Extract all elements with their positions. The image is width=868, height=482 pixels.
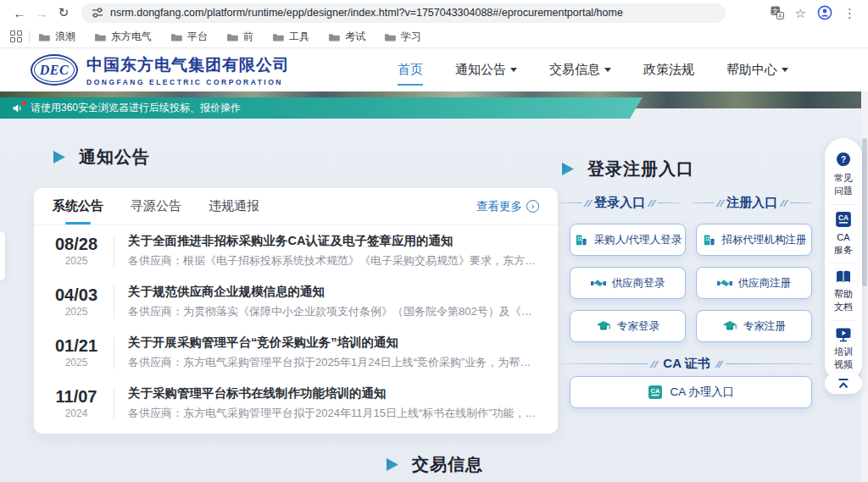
supplier-register-button[interactable]: 供应商注册 — [696, 267, 812, 299]
sidebar-item-label: 培训视频 — [833, 346, 854, 371]
sidebar-item-ca-service[interactable]: CA CA服务 — [829, 204, 857, 263]
nav-announcements[interactable]: 通知公告 — [455, 62, 517, 78]
expert-register-button[interactable]: 专家注册 — [696, 310, 812, 342]
item-title[interactable]: 关于采购管理平台标书在线制作功能培训的通知 — [128, 385, 539, 402]
nav-label: 首页 — [398, 62, 423, 78]
view-more-link[interactable]: 查看更多 › — [476, 199, 539, 214]
subheader-label: 注册入口 — [726, 195, 777, 211]
svg-text:CA: CA — [838, 213, 849, 221]
notice-text: 请使用360安全浏览器进行后续投标、报价操作 — [31, 101, 241, 115]
bookmark-dongfang[interactable]: 东方电气 — [94, 30, 152, 44]
nav-label: 帮助中心 — [726, 62, 777, 78]
entry-buttons-grid: 采购人/代理人登录 招标代理机构注册 供应商登录 — [570, 224, 812, 342]
section-title: 登录注册入口 — [587, 158, 694, 180]
profile-avatar-icon[interactable] — [817, 5, 832, 20]
subheader-label: 登录入口 — [594, 195, 645, 211]
item-summary: 各供应商：东方电气采购管理平台拟于2024年11月15日上线“标书在线制作”功能… — [128, 406, 539, 421]
bidding-agency-register-button[interactable]: 招标代理机构注册 — [696, 224, 812, 256]
browser-menu-icon[interactable]: ⋮ — [843, 7, 856, 19]
bookmark-kaoshi[interactable]: 考试 — [328, 30, 365, 44]
sidebar-item-faq[interactable]: ? 常见问题 — [829, 146, 857, 204]
item-title[interactable]: 关于规范供应商企业规模信息的通知 — [128, 284, 539, 300]
screen: ← → ↻ nsrm.dongfang.com/platform/runtime… — [0, 0, 868, 482]
tab-sourcing-announcements[interactable]: 寻源公告 — [131, 198, 181, 214]
bookmark-star-icon[interactable]: ☆ — [795, 7, 806, 19]
handshake-icon — [591, 277, 606, 289]
bookmark-xuexi[interactable]: 学习 — [384, 30, 421, 44]
translate-icon[interactable]: 文 A — [771, 6, 784, 19]
date-year: 2025 — [53, 357, 100, 368]
date-monthday: 04/03 — [53, 285, 100, 305]
nav-trade-info[interactable]: 交易信息 — [549, 62, 611, 78]
scrollbar-thumb[interactable] — [862, 138, 867, 286]
dec-logo-text: DEC — [40, 63, 69, 78]
divider — [114, 336, 114, 368]
button-label: CA 办理入口 — [670, 385, 735, 400]
url-bar[interactable]: nsrm.dongfang.com/platform/runtime/epp/d… — [81, 3, 726, 23]
list-item[interactable]: 01/21 2025 关于开展采购管理平台“竞价采购业务”培训的通知 各供应商：… — [34, 327, 558, 378]
item-date: 11/07 2024 — [53, 387, 100, 419]
video-icon — [835, 327, 852, 342]
folder-icon — [272, 32, 284, 42]
button-label: 招标代理机构注册 — [722, 233, 807, 247]
back-icon[interactable]: ← — [8, 3, 31, 23]
nav-home[interactable]: 首页 — [398, 62, 423, 78]
tab-system-announcements[interactable]: 系统公告 — [53, 198, 103, 214]
folder-icon — [328, 32, 340, 42]
folder-icon — [38, 32, 50, 42]
divider — [29, 30, 30, 42]
back-to-top-button[interactable] — [825, 373, 862, 394]
nav-policies[interactable]: 政策法规 — [643, 62, 694, 78]
sidebar-item-help-docs[interactable]: 帮助文档 — [829, 263, 857, 320]
list-item[interactable]: 04/03 2025 关于规范供应商企业规模信息的通知 各供应商：为贯彻落实《保… — [34, 276, 558, 327]
nav-label: 交易信息 — [549, 62, 600, 78]
list-item[interactable]: 08/28 2025 关于全面推进非招标采购业务CA认证及电子签章应用的通知 各… — [34, 225, 558, 276]
list-item[interactable]: 11/07 2024 关于采购管理平台标书在线制作功能培训的通知 各供应商：东方… — [34, 378, 558, 429]
apps-grid-icon[interactable] — [10, 30, 22, 42]
item-title[interactable]: 关于开展采购管理平台“竞价采购业务”培训的通知 — [128, 335, 539, 351]
date-monthday: 01/21 — [53, 336, 100, 356]
divider — [114, 387, 114, 419]
date-year: 2025 — [53, 306, 100, 318]
bookmark-label: 学习 — [401, 30, 421, 44]
item-title[interactable]: 关于全面推进非招标采购业务CA认证及电子签章应用的通知 — [128, 233, 539, 249]
nav-label: 通知公告 — [455, 62, 506, 78]
purchaser-agent-login-button[interactable]: 采购人/代理人登录 — [570, 224, 686, 256]
expert-login-button[interactable]: 专家登录 — [570, 310, 686, 342]
ca-apply-button[interactable]: CA CA 办理入口 — [570, 376, 812, 408]
bookmark-pingtai[interactable]: 平台 — [170, 30, 208, 44]
button-label: 专家注册 — [743, 319, 786, 334]
date-year: 2024 — [53, 407, 100, 419]
bookmark-label: 考试 — [345, 30, 365, 44]
item-date: 08/28 2025 — [53, 235, 100, 267]
sidebar-item-label: 常见问题 — [833, 172, 854, 197]
dec-logo: DEC — [31, 54, 78, 86]
forward-icon[interactable]: → — [31, 3, 53, 23]
site-header: DEC 中国东方电气集团有限公司 DONGFANG ELECTRIC CORPO… — [0, 48, 868, 91]
divider — [114, 285, 114, 318]
nav-help-center[interactable]: 帮助中心 — [726, 62, 788, 78]
entry-subheaders: 登录入口 注册入口 — [559, 195, 812, 211]
left-panel-edge — [0, 231, 5, 280]
tab-violation-reports[interactable]: 违规通报 — [209, 198, 259, 214]
supplier-login-button[interactable]: 供应商登录 — [570, 267, 686, 299]
hero-banner: 请使用360安全浏览器进行后续投标、报价操作 — [0, 91, 868, 119]
org-building-icon — [702, 234, 716, 247]
graduation-cap-icon — [722, 320, 737, 332]
reload-icon[interactable]: ↻ — [53, 3, 75, 23]
chevron-down-icon — [510, 68, 517, 72]
site-settings-icon[interactable] — [92, 7, 103, 19]
sidebar-item-training-videos[interactable]: 培训视频 — [829, 320, 857, 378]
section-title: 通知公告 — [79, 146, 150, 169]
bookmark-langchao[interactable]: 浪潮 — [38, 30, 75, 44]
bookmark-label: 前 — [243, 30, 253, 44]
bookmark-gongju[interactable]: 工具 — [272, 30, 309, 44]
url-text[interactable]: nsrm.dongfang.com/platform/runtime/epp/d… — [110, 7, 623, 19]
announcement-tabs: 系统公告 寻源公告 违规通报 查看更多 › — [34, 188, 558, 225]
item-summary: 各供应商：为贯彻落实《保障中小企业款项支付条例》（国务院令第802号）及《中小企… — [128, 304, 539, 319]
bookmark-qian[interactable]: 前 — [226, 30, 253, 44]
ca-cert-header: CA 证书 — [561, 356, 812, 372]
alert-dot — [22, 101, 26, 105]
folder-icon — [170, 32, 182, 42]
chevron-down-icon — [782, 68, 788, 72]
